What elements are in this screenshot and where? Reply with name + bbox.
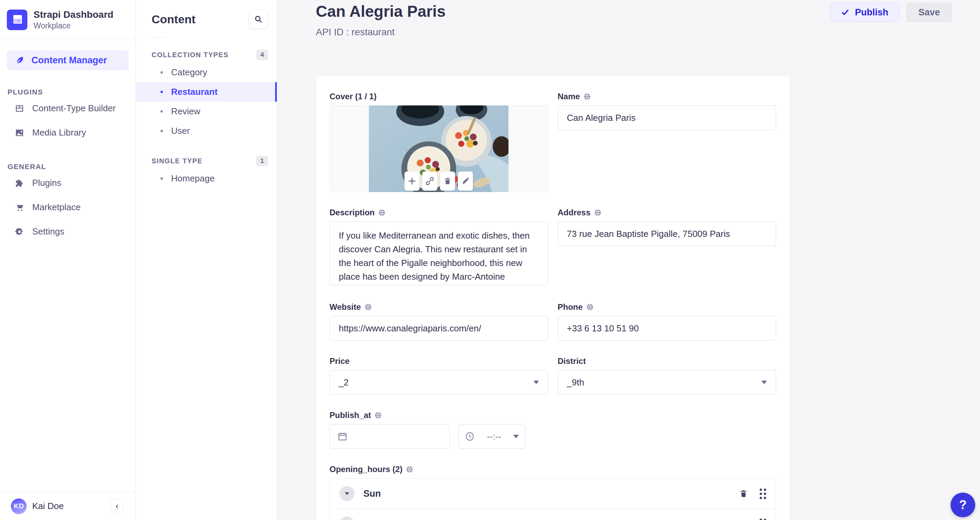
website-field: Website: [329, 302, 548, 341]
publish-at-time-input[interactable]: --:--: [458, 424, 525, 449]
expand-toggle-button[interactable]: [339, 517, 355, 520]
chevron-down-icon: [533, 381, 539, 384]
sidebar-item-content-manager[interactable]: Content Manager: [7, 50, 129, 70]
sidebar-item-settings[interactable]: Settings: [7, 219, 129, 244]
publish-at-field: Publish_at --:--: [329, 410, 548, 449]
price-select[interactable]: _2: [329, 370, 548, 395]
sidebar-item-plugins[interactable]: Plugins: [7, 171, 129, 195]
sidebar-item-label: Plugins: [32, 178, 61, 188]
subnav-item-review[interactable]: Review: [136, 102, 277, 121]
cover-image: [369, 105, 509, 192]
district-value: _9th: [567, 377, 584, 388]
subnav-item-label: Category: [171, 67, 207, 78]
description-textarea[interactable]: If you like Mediterranean and exotic dis…: [329, 222, 548, 285]
district-label: District: [558, 356, 586, 366]
group-label-single-type: SINGLE TYPE: [151, 157, 202, 165]
layout-icon: [14, 104, 25, 114]
link-icon: [425, 177, 434, 185]
save-button[interactable]: Save: [907, 3, 952, 22]
website-label: Website: [329, 302, 361, 312]
single-type-count-badge: 1: [256, 156, 268, 166]
subnav-item-category[interactable]: Category: [136, 63, 277, 82]
globe-icon: [374, 412, 382, 419]
search-button[interactable]: [249, 10, 268, 29]
chevron-left-icon: ‹: [116, 501, 119, 512]
publish-at-date-input[interactable]: [329, 424, 450, 449]
subnav-item-restaurant[interactable]: Restaurant: [136, 82, 277, 102]
globe-icon: [594, 209, 601, 216]
sidebar-section-general: GENERAL: [8, 163, 135, 171]
main-sidebar: Strapi Dashboard Workplace Content Manag…: [0, 0, 136, 520]
subnav-item-homepage[interactable]: Homepage: [136, 169, 277, 188]
address-label: Address: [558, 208, 590, 217]
trash-icon: [444, 177, 452, 185]
save-label: Save: [918, 7, 940, 18]
opening-hours-row-title: Tue - Sat: [363, 518, 739, 520]
publish-at-label: Publish_at: [329, 410, 371, 420]
publish-label: Publish: [855, 7, 888, 18]
bullet-icon: [161, 177, 163, 180]
opening-hours-row-sun: Sun: [330, 479, 776, 509]
sidebar-item-label: Media Library: [32, 128, 86, 138]
sidebar-item-content-type-builder[interactable]: Content-Type Builder: [7, 96, 129, 121]
avatar[interactable]: KD: [11, 498, 27, 514]
main-area: Can Alegria Paris API ID : restaurant Pu…: [277, 0, 980, 520]
drag-handle-icon[interactable]: [760, 488, 766, 499]
help-button[interactable]: ?: [951, 493, 975, 517]
cover-label: Cover (1 / 1): [329, 92, 376, 101]
user-name: Kai Doe: [32, 501, 111, 512]
phone-field: Phone: [558, 302, 776, 341]
sidebar-item-label: Content-Type Builder: [32, 103, 116, 114]
drag-handle-icon[interactable]: [760, 518, 766, 520]
expand-toggle-button[interactable]: [339, 486, 355, 501]
strapi-logo-icon: [7, 10, 27, 30]
sidebar-item-media-library[interactable]: Media Library: [7, 121, 129, 145]
globe-icon: [378, 209, 386, 216]
sidebar-item-label: Content Manager: [32, 55, 107, 66]
bullet-icon: [161, 91, 163, 93]
add-asset-button[interactable]: [404, 172, 420, 191]
description-label: Description: [329, 208, 375, 217]
price-value: _2: [339, 377, 349, 388]
bullet-icon: [161, 110, 163, 113]
name-field: Name: [558, 92, 776, 192]
price-field: Price _2: [329, 356, 548, 395]
cart-icon: [14, 202, 25, 212]
name-label: Name: [558, 92, 580, 101]
subnav-item-user[interactable]: User: [136, 121, 277, 141]
opening-hours-row-title: Sun: [363, 488, 739, 499]
phone-input[interactable]: [558, 316, 776, 341]
name-input[interactable]: [558, 105, 776, 130]
pencil-icon: [461, 177, 469, 185]
content-subnav: Content COLLECTION TYPES 4 Category Rest…: [136, 0, 277, 520]
edit-asset-button[interactable]: [458, 172, 473, 191]
copy-link-button[interactable]: [422, 172, 437, 191]
globe-icon: [406, 466, 414, 473]
edit-feather-icon: [14, 55, 25, 65]
website-input[interactable]: [329, 316, 548, 341]
subnav-item-label: Review: [171, 106, 200, 117]
search-icon: [254, 15, 263, 24]
sidebar-item-marketplace[interactable]: Marketplace: [7, 195, 129, 219]
question-icon: ?: [959, 498, 967, 512]
subnav-item-label: User: [171, 126, 190, 136]
chevron-down-icon: [513, 435, 519, 438]
api-id-subtitle: API ID : restaurant: [316, 27, 395, 38]
sidebar-section-plugins: PLUGINS: [8, 88, 135, 96]
publish-button[interactable]: Publish: [830, 3, 900, 22]
cover-field: Cover (1 / 1): [329, 92, 548, 192]
collapse-sidebar-button[interactable]: ‹: [111, 499, 123, 514]
address-field: Address: [558, 208, 776, 287]
district-select[interactable]: _9th: [558, 370, 776, 395]
calendar-icon: [337, 431, 348, 442]
address-input[interactable]: [558, 222, 776, 246]
delete-asset-button[interactable]: [440, 172, 455, 191]
trash-icon[interactable]: [739, 489, 748, 498]
opening-hours-row-tue-sat: Tue - Sat: [330, 509, 776, 520]
phone-label: Phone: [558, 302, 583, 312]
clock-icon: [465, 431, 475, 442]
price-label: Price: [329, 356, 350, 366]
opening-hours-field: Opening_hours (2) Sun Tue - Sat: [329, 464, 776, 520]
cover-actions: [404, 172, 473, 191]
subnav-item-label: Homepage: [171, 173, 215, 184]
